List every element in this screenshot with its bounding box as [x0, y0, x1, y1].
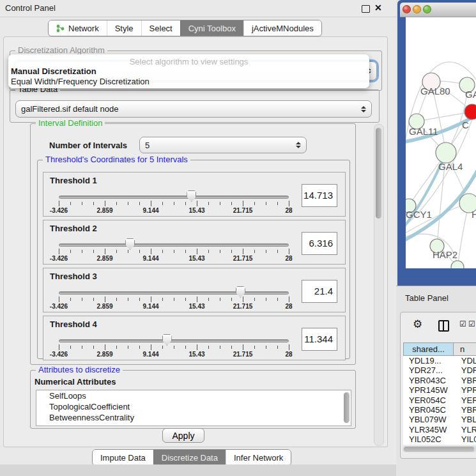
minor-tick [82, 202, 82, 205]
slider-track[interactable] [59, 196, 289, 199]
list-item[interactable]: SelfLoops [36, 390, 351, 401]
column-header-shared-name[interactable]: shared... [403, 342, 454, 356]
cell-shared-name[interactable]: YPR145W [403, 385, 455, 395]
content-vertical-scrollbar[interactable] [374, 124, 384, 446]
minor-tick [174, 298, 174, 301]
tab-infer-network[interactable]: Infer Network [226, 450, 291, 465]
minor-tick [82, 346, 82, 349]
table-row[interactable]: YDR27...YDR2 [403, 365, 476, 375]
close-window-icon[interactable] [403, 5, 411, 13]
interval-definition-group: Interval Definition Number of Intervals … [30, 123, 356, 365]
table-row[interactable]: YIL052CYIL0 [403, 434, 476, 444]
major-tick [151, 296, 151, 302]
checkbox-icon[interactable]: ☑ [459, 319, 466, 328]
table-horizontal-scrollbar[interactable] [403, 446, 476, 452]
cell-name[interactable]: YBL0 [455, 415, 476, 424]
network-node[interactable] [464, 104, 476, 119]
float-panel-icon[interactable] [362, 5, 370, 13]
table-panel-header: Table Panel [396, 286, 476, 312]
table-row[interactable]: YDL19...YDL1 [403, 356, 476, 365]
panel-title: Control Panel [5, 3, 56, 13]
slider-track[interactable] [59, 339, 289, 342]
zoom-window-icon[interactable] [423, 5, 431, 13]
slider-thumb[interactable] [162, 334, 172, 346]
cell-name[interactable]: YBR0 [455, 376, 476, 385]
minor-tick [220, 346, 220, 349]
slider-track[interactable] [59, 243, 289, 247]
network-node[interactable] [436, 142, 456, 163]
cell-shared-name[interactable]: YLR345W [403, 425, 455, 434]
threshold-label: Threshold 2 [50, 224, 97, 233]
number-of-intervals-combobox[interactable]: 5 [139, 137, 307, 153]
tab-select[interactable]: Select [141, 20, 180, 36]
cell-shared-name[interactable]: YIL052C [403, 434, 455, 444]
node-label: GAL4 [438, 161, 463, 172]
split-columns-icon[interactable] [438, 320, 449, 332]
close-panel-icon[interactable]: ✕ [374, 3, 382, 13]
cell-name[interactable]: YBR0 [455, 405, 476, 415]
network-canvas[interactable]: GAL80GACGAL11GAL4GCY1HHAP2 [406, 17, 476, 268]
minor-tick [185, 346, 186, 349]
slider-track[interactable] [59, 291, 289, 295]
minor-tick [128, 250, 128, 253]
threshold-value-field[interactable]: 6.316 [302, 232, 337, 255]
cell-shared-name[interactable]: YER054C [403, 395, 455, 405]
minor-tick [82, 250, 82, 253]
tab-discretize-data[interactable]: Discretize Data [153, 450, 226, 465]
tab-cyni-toolbox[interactable]: Cyni Toolbox [180, 20, 243, 36]
thresholds-group: Threshold's Coordinates for 5 Intervals … [37, 160, 350, 359]
tab-style[interactable]: Style [107, 20, 141, 36]
minor-tick [93, 250, 94, 253]
table-row[interactable]: YLR345WYLR3 [403, 425, 476, 434]
dropdown-option[interactable]: Equal Width/Frequency Discretization [11, 77, 150, 86]
threshold-value-field[interactable]: 21.4 [302, 280, 337, 303]
major-tick [243, 249, 243, 254]
scrollbar-thumb[interactable] [404, 447, 474, 452]
list-item[interactable]: BetweennessCentrality [36, 412, 351, 423]
cell-shared-name[interactable]: YBR043C [403, 376, 455, 385]
dropdown-hint-text: Select algorithm to view settings [8, 57, 369, 66]
cell-name[interactable]: YDL1 [455, 356, 476, 365]
slider-thumb[interactable] [236, 286, 245, 298]
cell-name[interactable]: YPR1 [455, 385, 476, 395]
column-header-name[interactable]: n [453, 342, 476, 356]
table-row[interactable]: YPR145WYPR1 [403, 385, 476, 395]
slider-scale-label: -3.426 [45, 351, 73, 358]
threshold-value-field[interactable]: 11.344 [302, 328, 337, 351]
dropdown-option[interactable]: Manual Discretization [11, 66, 96, 76]
cell-shared-name[interactable]: YDL19... [403, 356, 455, 365]
list-item[interactable]: TopologicalCoefficient [36, 401, 351, 412]
cell-shared-name[interactable]: YDR27... [403, 365, 455, 375]
node-label: GCY1 [406, 209, 432, 220]
cell-shared-name[interactable]: YBR045C [403, 405, 455, 415]
list-scrollbar-thumb[interactable] [344, 392, 349, 423]
network-window-titlebar[interactable] [400, 3, 476, 17]
numerical-attributes-list[interactable]: SelfLoopsTopologicalCoefficientBetweenne… [36, 390, 351, 426]
tab-jactivemnodules[interactable]: jActiveMNodules [243, 20, 321, 36]
tab-network[interactable]: Network [49, 20, 107, 36]
table-row[interactable]: YBR043CYBR0 [403, 376, 476, 385]
apply-button[interactable]: Apply [162, 428, 204, 443]
tab-impute-data[interactable]: Impute Data [93, 450, 153, 465]
minimize-window-icon[interactable] [413, 5, 421, 13]
table-row[interactable]: YBL079WYBL0 [403, 415, 476, 424]
threshold-value-field[interactable]: 14.713 [302, 184, 337, 207]
cell-name[interactable]: YER0 [455, 395, 476, 405]
tab-label: Impute Data [100, 453, 146, 463]
gear-icon[interactable]: ⚙ [413, 318, 422, 330]
slider-thumb[interactable] [125, 238, 135, 250]
cell-shared-name[interactable]: YBL079W [403, 415, 455, 424]
slider-thumb[interactable] [187, 190, 196, 202]
table-row[interactable]: YER054CYER0 [403, 395, 476, 405]
cell-name[interactable]: YDR2 [455, 365, 476, 375]
slider-scale-label: 15.43 [183, 303, 211, 310]
table-data-combobox[interactable]: galFiltered.sif default node [15, 100, 372, 118]
table-row[interactable]: YBR045CYBR0 [403, 405, 476, 415]
minor-tick [162, 250, 163, 253]
table-panel-title: Table Panel [405, 293, 449, 303]
scrollbar-thumb[interactable] [376, 128, 381, 219]
attributes-group-title: Attributes to discretize [36, 365, 123, 374]
cell-name[interactable]: YLR3 [455, 425, 476, 434]
checkbox-icon[interactable]: ☑ [468, 319, 475, 328]
cell-name[interactable]: YIL0 [455, 434, 476, 444]
